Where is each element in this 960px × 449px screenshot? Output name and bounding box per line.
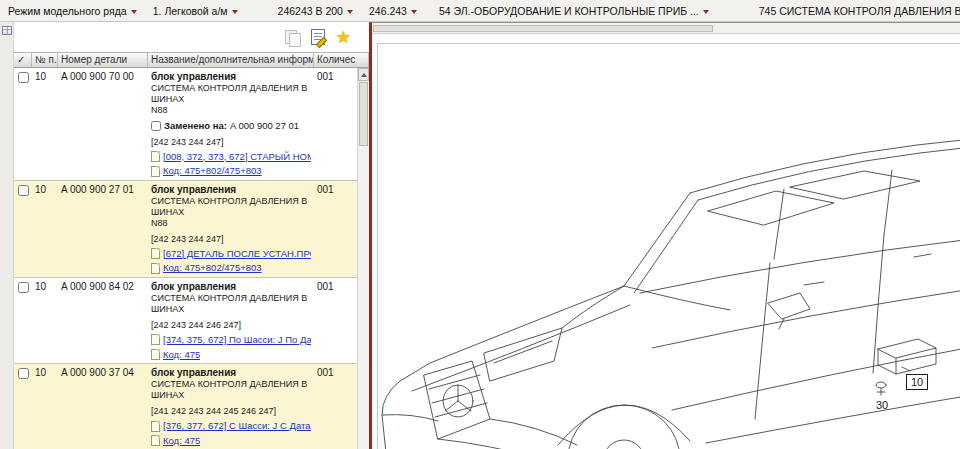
document-icon [151,349,160,360]
part-code: N88 [151,218,311,229]
model-codes: [242 243 244 246 247] [151,320,311,331]
part-subtitle: СИСТЕМА КОНТРОЛЯ ДАВЛЕНИЯ В ШИНАХ [151,196,311,218]
table-row[interactable]: 10 A 000 900 84 02 блок управления СИСТЕ… [14,278,357,364]
diagram-panel: 10 30 [369,22,960,449]
row-position: 10 [32,68,58,180]
row-check-cell [14,364,32,449]
code-link[interactable]: Код: 475+802/475+803 [163,165,262,177]
model-codes: [241 242 243 244 245 246 247] [151,406,311,417]
document-icon [151,421,160,432]
model-codes: [242 243 244 247] [151,234,311,245]
code-link[interactable]: Код: 475+802/475+803 [163,262,262,274]
header-quantity[interactable]: Количес [314,53,369,67]
footnote-line: [376, 377, 672] С Шасси: J С Дата: [151,420,311,432]
row-checkbox[interactable] [18,282,29,293]
note-edit-icon[interactable] [311,29,325,45]
footnote-line: [008, 372, 373, 672] СТАРЫЙ НОМЕР ДЕ [151,151,311,163]
nav-vehicle-class-dropdown[interactable]: 1. Легковой а/м [153,5,238,17]
chevron-down-icon [411,10,417,14]
row-position: 10 [32,278,58,363]
part-title: блок управления [151,367,311,379]
footnote-link[interactable]: [376, 377, 672] С Шасси: J С Дата: [163,420,311,432]
chevron-down-icon [703,10,709,14]
part-info: блок управления СИСТЕМА КОНТРОЛЯ ДАВЛЕНИ… [148,278,314,363]
part-number: A 000 900 70 00 [58,68,148,180]
grid-body: 10 A 000 900 70 00 блок управления СИСТЕ… [14,68,357,449]
footnote-link[interactable]: [672] ДЕТАЛЬ ПОСЛЕ УСТАН.ПРОВЕРИ [163,248,311,260]
table-view-icon[interactable] [2,26,12,35]
parts-toolbar: ★ [14,22,369,52]
replaced-label: Заменено на: [164,120,227,132]
footnote-link[interactable]: [008, 372, 373, 672] СТАРЫЙ НОМЕР ДЕ [163,151,311,163]
nav-subgroup-dropdown[interactable]: 745 СИСТЕМА КОНТРОЛЯ ДАВЛЕНИЯ В ШИНАХ [759,5,960,17]
favorites-star-icon[interactable]: ★ [336,30,351,45]
replaced-checkbox[interactable] [151,121,161,131]
header-num[interactable]: № п... [32,53,58,67]
epc-window: Режим модельного ряда 1. Легковой а/м 24… [0,0,960,449]
header-name[interactable]: Название/дополнительная информация [148,53,314,67]
row-check-cell [14,278,32,363]
arrow-up-icon [361,73,367,77]
part-title: блок управления [151,281,311,293]
table-row[interactable]: 10 A 000 900 37 04 блок управления СИСТЕ… [14,364,357,449]
document-icon [151,248,160,259]
footnote-line: [672] ДЕТАЛЬ ПОСЛЕ УСТАН.ПРОВЕРИ [151,248,311,260]
table-row[interactable]: 10 A 000 900 70 00 блок управления СИСТЕ… [14,68,357,181]
document-icon [151,151,160,162]
part-subtitle: СИСТЕМА КОНТРОЛЯ ДАВЛЕНИЯ В ШИНАХ [151,293,311,315]
replaced-value: A 000 900 27 01 [230,120,299,132]
header-check[interactable]: ✓ [14,53,32,67]
footnote-link[interactable]: [374, 375, 672] По Шасси: J По Да [163,334,311,346]
part-number: A 000 900 37 04 [58,364,148,449]
model-codes: [242 243 244 247] [151,137,311,148]
quantity: 001 [314,278,357,363]
row-position: 10 [32,364,58,449]
part-subtitle: СИСТЕМА КОНТРОЛЯ ДАВЛЕНИЯ В ШИНАХ [151,379,311,401]
table-row[interactable]: 10 A 000 900 27 01 блок управления СИСТЕ… [14,181,357,278]
code-line: Код: 475+802/475+803 [151,262,311,274]
chevron-down-icon [232,10,238,14]
row-checkbox[interactable] [18,72,29,83]
part-number: A 000 900 84 02 [58,278,148,363]
document-icon [151,435,160,446]
code-link[interactable]: Код: 475 [163,435,200,447]
car-diagram [372,123,960,449]
row-check-cell [14,181,32,277]
part-number: A 000 900 27 01 [58,181,148,277]
part-code: N88 [151,105,311,116]
scroll-up-button[interactable] [358,68,369,81]
row-position: 10 [32,181,58,277]
side-gutter [0,22,14,449]
header-part-number[interactable]: Номер детали [58,53,148,67]
parts-list-panel: ★ ✓ № п... Номер детали Название/дополни… [0,22,369,449]
vertical-scrollbar[interactable] [357,68,369,449]
code-link[interactable]: Код: 475 [163,349,200,361]
scrollbar-thumb[interactable] [373,25,713,32]
part-subtitle: СИСТЕМА КОНТРОЛЯ ДАВЛЕНИЯ В ШИНАХ [151,83,311,105]
code-line: Код: 475 [151,435,311,447]
nav-series-dropdown[interactable]: 246.243 [369,5,417,17]
nav-mode-dropdown[interactable]: Режим модельного ряда [8,5,137,17]
quantity: 001 [314,181,357,277]
diagram-callout-10[interactable]: 10 [906,374,928,390]
nav-model-dropdown[interactable]: 246243 В 200 [278,5,353,17]
horizontal-scrollbar[interactable] [372,23,960,34]
part-info: блок управления СИСТЕМА КОНТРОЛЯ ДАВЛЕНИ… [148,181,314,277]
document-icon [151,334,160,345]
row-checkbox[interactable] [18,368,29,379]
quantity: 001 [314,364,357,449]
part-info: блок управления СИСТЕМА КОНТРОЛЯ ДАВЛЕНИ… [148,68,314,180]
chevron-down-icon [347,10,353,14]
nav-group-dropdown[interactable]: 54 ЭЛ.-ОБОРУДОВАНИЕ И КОНТРОЛЬНЫЕ ПРИБ .… [439,5,709,17]
scrollbar-thumb[interactable] [359,82,368,146]
breadcrumb-bar: Режим модельного ряда 1. Легковой а/м 24… [0,0,960,22]
grid-header: ✓ № п... Номер детали Название/дополните… [14,53,369,68]
chevron-down-icon [131,10,137,14]
copy-to-list-icon[interactable] [285,30,300,45]
code-line: Код: 475+802/475+803 [151,165,311,177]
diagram-callout-30[interactable]: 30 [876,399,888,411]
part-info: блок управления СИСТЕМА КОНТРОЛЯ ДАВЛЕНИ… [148,364,314,449]
row-checkbox[interactable] [18,185,29,196]
code-line: Код: 475 [151,349,311,361]
quantity: 001 [314,68,357,180]
